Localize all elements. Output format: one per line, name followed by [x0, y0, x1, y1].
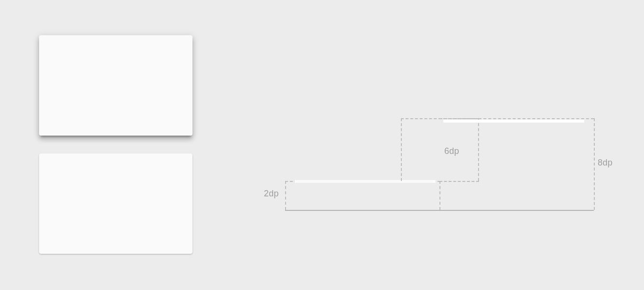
elevation-label-6dp: 6dp [444, 146, 459, 156]
elevation-spec-figure: 2dp 6dp 8dp [0, 0, 644, 290]
elevation-label-8dp: 8dp [598, 158, 613, 168]
guide-8dp-right [594, 118, 595, 210]
guide-2dp-left [285, 181, 286, 210]
example-card-8dp [39, 35, 192, 136]
guide-6dp-right [478, 118, 479, 181]
guide-2dp-right [439, 181, 440, 210]
surface-cap-2dp [295, 180, 436, 183]
ground-line [285, 210, 594, 211]
surface-cap-8dp [443, 120, 584, 123]
example-card-2dp [39, 153, 192, 254]
elevation-label-2dp: 2dp [264, 189, 279, 199]
guide-6dp-bottom [439, 181, 479, 182]
guide-6dp-left [401, 118, 402, 181]
guide-8dp-top [439, 118, 594, 119]
elevation-cross-section: 2dp 6dp 8dp [263, 118, 620, 215]
